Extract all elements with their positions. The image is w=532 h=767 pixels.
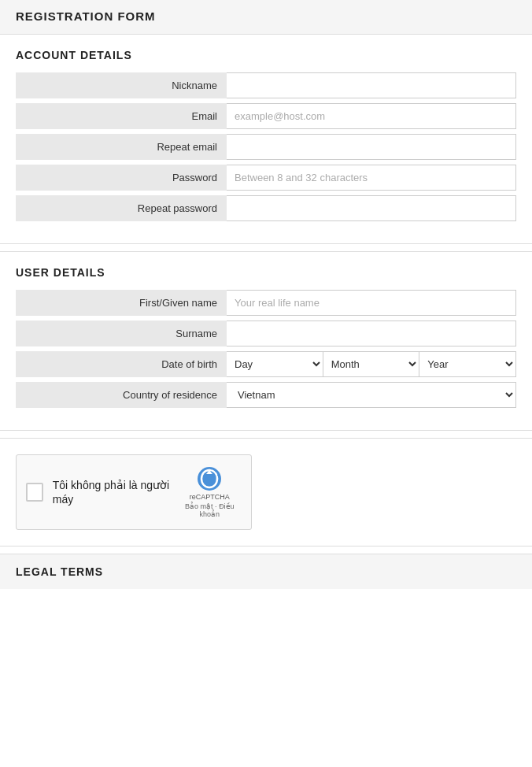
- captcha-section: Tôi không phải là người máy reCAPTCHA Bả…: [0, 439, 532, 547]
- captcha-box: Tôi không phải là người máy reCAPTCHA Bả…: [16, 454, 252, 530]
- legal-title: Legal Terms: [16, 565, 516, 578]
- repeat-password-row: Repeat password: [16, 195, 516, 221]
- legal-section: Legal Terms: [0, 554, 532, 589]
- captcha-text: Tôi không phải là người máy: [53, 478, 178, 506]
- first-name-input[interactable]: [227, 290, 516, 316]
- country-label: Country of residence: [16, 382, 227, 408]
- account-details-section: Account Details Nickname Email Repeat em…: [0, 35, 532, 244]
- dob-label: Date of birth: [16, 351, 227, 377]
- email-label: Email: [16, 103, 227, 129]
- captcha-sep: ·: [213, 502, 220, 510]
- captcha-right: reCAPTCHA Bảo mật · Điều khoản: [178, 466, 242, 518]
- dob-year-select[interactable]: Year 20052004200320022001 20001999199819…: [419, 352, 515, 376]
- email-input[interactable]: [227, 103, 516, 129]
- captcha-left: Tôi không phải là người máy: [26, 478, 178, 506]
- nickname-input[interactable]: [227, 72, 516, 98]
- nickname-row: Nickname: [16, 72, 516, 98]
- repeat-email-input[interactable]: [227, 134, 516, 160]
- dob-month-select[interactable]: Month JanuaryFebruaryMarchApril MayJuneJ…: [323, 352, 420, 376]
- account-details-title: Account Details: [16, 49, 516, 61]
- password-input[interactable]: [227, 165, 516, 191]
- surname-input[interactable]: [227, 321, 516, 346]
- dob-row: Date of birth Day 12345 678910 111213141…: [16, 351, 516, 377]
- password-row: Password: [16, 165, 516, 191]
- captcha-checkbox[interactable]: [26, 483, 43, 502]
- recaptcha-logo-icon: [197, 466, 222, 491]
- user-details-section: User Details First/Given name Surname Da…: [0, 252, 532, 431]
- country-select[interactable]: Vietnam AfghanistanAlbaniaAlgeria Austra…: [227, 382, 516, 408]
- surname-row: Surname: [16, 321, 516, 346]
- first-name-row: First/Given name: [16, 290, 516, 316]
- nickname-label: Nickname: [16, 72, 227, 98]
- captcha-privacy: Bảo mật: [185, 502, 213, 510]
- repeat-password-input[interactable]: [227, 195, 516, 221]
- user-details-title: User Details: [16, 266, 516, 279]
- repeat-password-label: Repeat password: [16, 195, 227, 221]
- repeat-email-row: Repeat email: [16, 134, 516, 160]
- repeat-email-label: Repeat email: [16, 134, 227, 160]
- email-row: Email: [16, 103, 516, 129]
- captcha-brand: reCAPTCHA: [190, 493, 230, 501]
- dob-selects: Day 12345 678910 1112131415 1617181920 2…: [227, 351, 516, 377]
- surname-label: Surname: [16, 321, 227, 346]
- password-label: Password: [16, 165, 227, 191]
- captcha-links: Bảo mật · Điều khoản: [178, 502, 242, 518]
- page-title: Registration Form: [16, 9, 516, 23]
- first-name-label: First/Given name: [16, 290, 227, 316]
- page-header: Registration Form: [0, 0, 532, 35]
- country-row: Country of residence Vietnam Afghanistan…: [16, 382, 516, 408]
- dob-day-select[interactable]: Day 12345 678910 1112131415 1617181920 2…: [227, 352, 323, 376]
